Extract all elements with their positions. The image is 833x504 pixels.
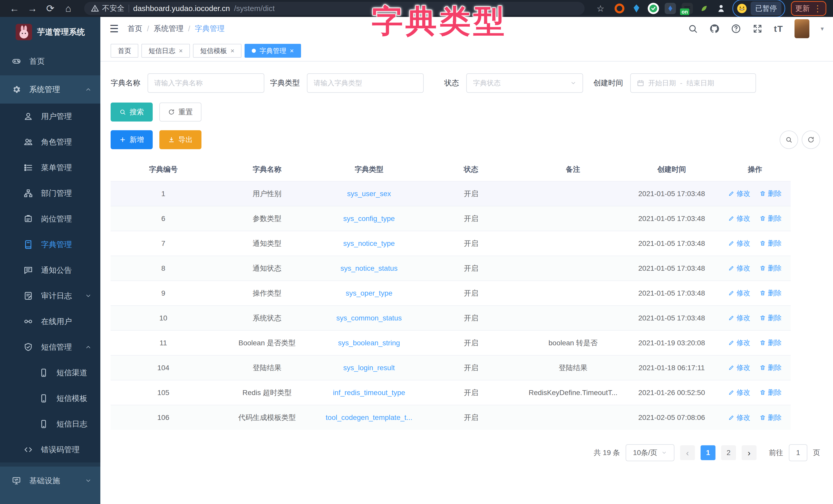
sidebar-item-sms-log[interactable]: 短信日志 [0, 411, 100, 437]
refresh-table-button[interactable] [802, 130, 820, 149]
next-page-button[interactable]: › [742, 445, 757, 460]
add-button[interactable]: 新增 [111, 130, 153, 149]
help-icon[interactable] [731, 24, 741, 34]
edit-link[interactable]: 修改 [728, 239, 751, 248]
user-avatar[interactable] [794, 19, 809, 38]
dict-name-input[interactable] [154, 79, 258, 87]
search-button[interactable]: 搜索 [111, 103, 153, 122]
delete-link[interactable]: 删除 [760, 239, 782, 248]
trash-icon [760, 265, 766, 271]
browser-forward-button[interactable]: → [25, 2, 40, 15]
dict-type-link[interactable]: sys_config_type [343, 215, 395, 223]
edit-link[interactable]: 修改 [728, 388, 751, 397]
page-button-2[interactable]: 2 [721, 445, 736, 460]
edit-link[interactable]: 修改 [728, 214, 751, 223]
extension-icon-white-figure[interactable] [715, 3, 727, 14]
dict-type-link[interactable]: sys_notice_type [343, 240, 395, 247]
sidebar-item-roles[interactable]: 角色管理 [0, 129, 100, 155]
edit-link[interactable]: 修改 [728, 263, 751, 273]
extension-icon-blue-diamond[interactable] [665, 3, 676, 14]
reset-button[interactable]: 重置 [159, 103, 201, 122]
delete-link[interactable]: 删除 [760, 338, 782, 347]
extension-paused-chip[interactable]: 已暂停 [732, 0, 785, 18]
delete-link[interactable]: 删除 [760, 263, 782, 273]
close-icon[interactable]: × [231, 47, 234, 55]
sidebar-item-users[interactable]: 用户管理 [0, 104, 100, 129]
show-search-button[interactable] [780, 130, 798, 149]
dict-type-link[interactable]: tool_codegen_template_t... [326, 413, 412, 422]
avatar-caret-icon[interactable]: ▾ [821, 25, 824, 32]
sidebar-item-sms[interactable]: 短信管理 [0, 334, 100, 360]
extension-icon-orange[interactable] [614, 3, 625, 14]
edit-link[interactable]: 修改 [728, 288, 751, 298]
tab-dict[interactable]: 字典管理 × [244, 44, 301, 58]
status-select[interactable]: 字典状态 [466, 73, 583, 93]
edit-link[interactable]: 修改 [728, 338, 751, 347]
sidebar-item-audit-log[interactable]: 审计日志 [0, 283, 100, 309]
page-button-1[interactable]: 1 [700, 445, 715, 460]
delete-link[interactable]: 删除 [760, 388, 782, 397]
delete-link[interactable]: 删除 [760, 189, 782, 198]
bookmark-star-icon[interactable]: ☆ [593, 2, 608, 15]
export-button[interactable]: 导出 [159, 130, 201, 149]
delete-link[interactable]: 删除 [760, 363, 782, 372]
page-size-select[interactable]: 10条/页 [626, 444, 674, 461]
app-logo[interactable]: 芋道管理系统 [0, 17, 100, 47]
delete-link[interactable]: 删除 [760, 288, 782, 298]
sidebar-item-system[interactable]: 系统管理 [0, 75, 100, 104]
browser-back-button[interactable]: ← [7, 2, 22, 15]
breadcrumb-home[interactable]: 首页 [127, 24, 142, 34]
dict-type-link[interactable]: sys_user_sex [347, 190, 391, 198]
extension-icon-green-leaf[interactable] [698, 3, 710, 14]
sidebar-item-sms-template[interactable]: 短信模板 [0, 385, 100, 411]
github-icon[interactable] [709, 24, 719, 34]
close-icon[interactable]: × [290, 47, 293, 55]
edit-link[interactable]: 修改 [728, 413, 751, 422]
browser-menu-icon[interactable]: ⋮ [813, 3, 822, 14]
browser-update-chip[interactable]: 更新 ⋮ [791, 1, 826, 16]
search-icon[interactable] [688, 24, 698, 34]
sidebar-item-error-codes[interactable]: 错误码管理 [0, 437, 100, 462]
dict-type-link[interactable]: sys_login_result [343, 364, 395, 372]
dict-type-input[interactable] [314, 79, 417, 87]
sidebar-item-home[interactable]: 首页 [0, 47, 100, 75]
delete-link[interactable]: 删除 [760, 214, 782, 223]
breadcrumb-system[interactable]: 系统管理 [154, 24, 184, 34]
sidebar-item-notices[interactable]: 通知公告 [0, 257, 100, 283]
cell-name: 操作类型 [216, 281, 318, 306]
tab-sms-log[interactable]: 短信日志 × [141, 44, 190, 58]
edit-link[interactable]: 修改 [728, 189, 751, 198]
goto-page-input[interactable] [789, 444, 807, 461]
prev-page-button[interactable]: ‹ [680, 445, 695, 460]
sidebar-item-menus[interactable]: 菜单管理 [0, 155, 100, 180]
tab-sms-template[interactable]: 短信模板 × [193, 44, 241, 58]
sidebar-item-infrastructure[interactable]: 基础设施 [0, 467, 100, 495]
date-range-picker[interactable]: 开始日期 - 结束日期 [630, 73, 756, 93]
browser-reload-button[interactable]: ⟳ [43, 2, 58, 15]
extension-icon-dark-on[interactable]: on [682, 3, 693, 14]
extension-icon-green-circle[interactable] [648, 3, 659, 14]
dict-type-link[interactable]: inf_redis_timeout_type [333, 388, 405, 397]
tab-home[interactable]: 首页 [111, 44, 138, 58]
dict-type-link[interactable]: sys_notice_status [340, 264, 398, 272]
sidebar: 芋道管理系统 首页 系统管理 用户管理 角色管理 菜单管理 部门管理 岗位管理 [0, 17, 100, 504]
browser-home-button[interactable]: ⌂ [61, 2, 76, 15]
dict-type-link[interactable]: sys_oper_type [346, 289, 392, 297]
fullscreen-icon[interactable] [753, 24, 763, 34]
extension-icon-blue-gem[interactable] [631, 3, 642, 14]
dict-type-link[interactable]: sys_common_status [336, 314, 402, 322]
sidebar-item-online-users[interactable]: 在线用户 [0, 309, 100, 334]
font-size-icon[interactable]: tT [774, 24, 783, 34]
edit-link[interactable]: 修改 [728, 363, 751, 372]
sidebar-item-posts[interactable]: 岗位管理 [0, 206, 100, 232]
sidebar-item-sms-channel[interactable]: 短信渠道 [0, 360, 100, 385]
delete-link[interactable]: 删除 [760, 413, 782, 422]
collapse-menu-icon[interactable]: ☰ [110, 23, 119, 34]
edit-link[interactable]: 修改 [728, 313, 751, 323]
sidebar-item-departments[interactable]: 部门管理 [0, 180, 100, 206]
dict-type-link[interactable]: sys_boolean_string [338, 339, 400, 347]
delete-link[interactable]: 删除 [760, 313, 782, 323]
sidebar-item-dict[interactable]: 字典管理 [0, 232, 100, 257]
close-icon[interactable]: × [179, 47, 183, 55]
address-bar[interactable]: 不安全 dashboard.yudao.iocoder.cn /system/d… [84, 2, 585, 15]
